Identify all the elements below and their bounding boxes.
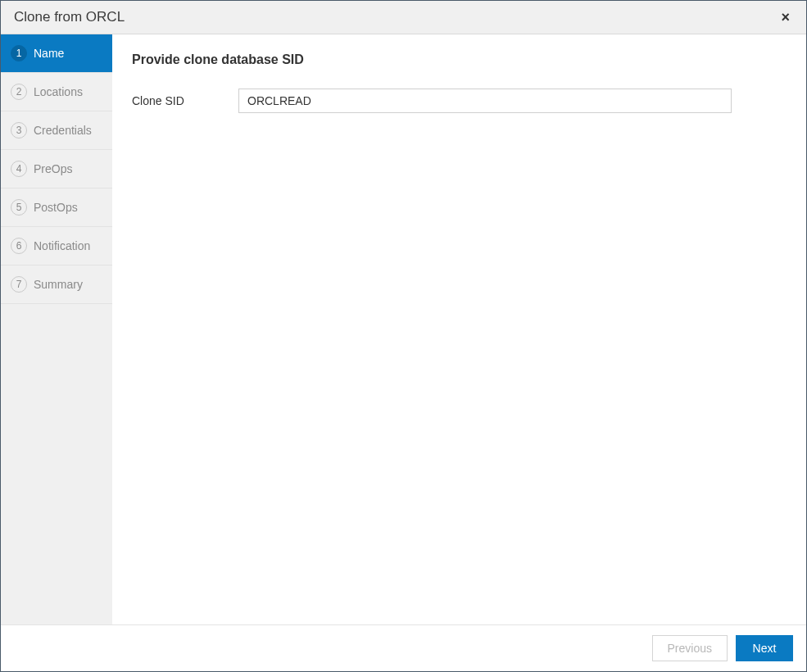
wizard-step-summary[interactable]: 7 Summary <box>1 266 112 304</box>
dialog-footer: Previous Next <box>1 624 806 671</box>
wizard-step-credentials[interactable]: 3 Credentials <box>1 111 112 150</box>
wizard-nav: 1 Name 2 Locations 3 Credentials 4 PreOp… <box>1 34 112 624</box>
clone-sid-label: Clone SID <box>132 94 238 107</box>
step-label: Locations <box>34 85 83 98</box>
step-label: PostOps <box>34 201 78 214</box>
step-number: 5 <box>11 199 27 216</box>
step-label: PreOps <box>34 162 72 175</box>
step-label: Credentials <box>34 124 92 137</box>
step-label: Summary <box>34 278 83 291</box>
clone-sid-input[interactable] <box>238 89 732 113</box>
step-number: 6 <box>11 238 27 254</box>
step-number: 4 <box>11 161 27 177</box>
wizard-step-preops[interactable]: 4 PreOps <box>1 150 112 188</box>
step-label: Name <box>34 47 64 60</box>
step-label: Notification <box>34 239 90 252</box>
step-number: 1 <box>11 45 27 61</box>
close-button[interactable]: × <box>778 10 793 25</box>
wizard-step-postops[interactable]: 5 PostOps <box>1 188 112 227</box>
next-button[interactable]: Next <box>736 635 793 661</box>
step-number: 2 <box>11 84 27 100</box>
form-row-clone-sid: Clone SID <box>132 89 787 113</box>
wizard-content: Provide clone database SID Clone SID <box>112 34 806 624</box>
wizard-step-locations[interactable]: 2 Locations <box>1 73 112 111</box>
step-number: 7 <box>11 276 27 293</box>
content-heading: Provide clone database SID <box>132 52 787 67</box>
wizard-step-notification[interactable]: 6 Notification <box>1 227 112 266</box>
dialog-title: Clone from ORCL <box>14 9 125 25</box>
clone-dialog: Clone from ORCL × 1 Name 2 Locations 3 C… <box>0 0 807 672</box>
wizard-step-name[interactable]: 1 Name <box>1 34 112 73</box>
previous-button[interactable]: Previous <box>652 635 728 661</box>
dialog-header: Clone from ORCL × <box>1 1 806 34</box>
step-number: 3 <box>11 122 27 138</box>
dialog-body: 1 Name 2 Locations 3 Credentials 4 PreOp… <box>1 34 806 624</box>
